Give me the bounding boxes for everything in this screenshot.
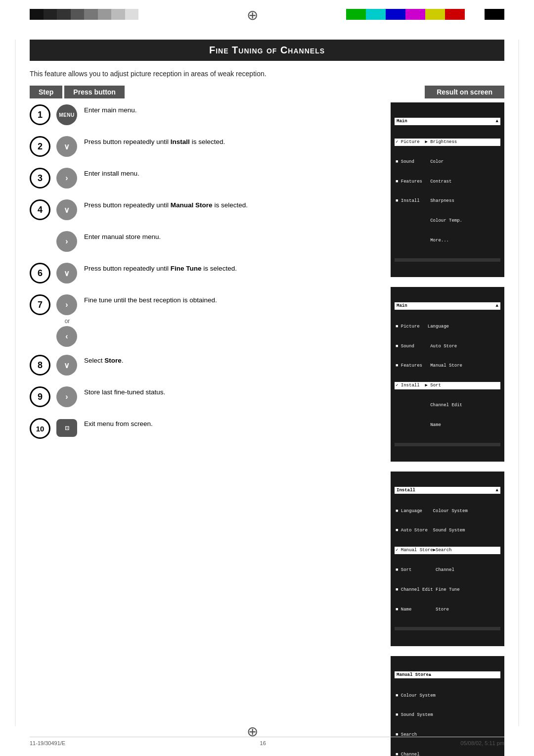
header-press: Press button: [64, 86, 125, 98]
screen4-row2: ■ Sound System: [395, 711, 500, 719]
or-label-7: or: [65, 318, 70, 325]
step-row-1: 1 MENU Enter main menu.: [30, 102, 381, 128]
step-desc-7: Fine tune until the best reception is ob…: [84, 292, 381, 305]
screen2-row5: Channel Edit: [395, 402, 500, 409]
step-num-1: 1: [30, 104, 50, 125]
screen3-row1: ■ Language Colour System: [395, 508, 500, 515]
screen4-title: Manual Store▲: [397, 672, 431, 678]
step-row-6: 6 ∨ Press button repeatedly until Fine T…: [30, 261, 381, 286]
top-color-bar: [346, 9, 504, 20]
step-desc-4: Press button repeatedly until Manual Sto…: [84, 197, 381, 210]
chevron-down-button-8[interactable]: ∨: [56, 355, 77, 376]
step-num-9: 9: [30, 386, 50, 407]
crosshair-top: ⊕: [242, 5, 262, 25]
steps-left: 1 MENU Enter main menu. 2 ∨ Press button…: [30, 102, 381, 756]
screen3-row3: ✓ Manual Store▶Search: [395, 547, 500, 554]
step-num-10: 10: [30, 418, 50, 439]
chevron-down-button-4[interactable]: ∨: [56, 199, 77, 220]
screen3-bottom: [395, 627, 500, 630]
screen-1: Main ▲ ✓ Picture ▶ Brightness ■ Sound Co…: [391, 102, 504, 277]
side-line-left: [15, 40, 16, 726]
screen1-row3: ■ Features Contrast: [395, 178, 500, 186]
screen1-row6: More...: [395, 237, 500, 244]
step-num-2: 2: [30, 136, 50, 157]
step-row-4: 4 ∨ Press button repeatedly until Manual…: [30, 197, 381, 223]
header-result: Result on screen: [425, 86, 504, 98]
footer-center: 16: [260, 740, 266, 746]
chevron-down-button-2[interactable]: ∨: [56, 136, 77, 157]
step-desc-8: Select Store.: [84, 353, 381, 366]
headers-row: Step Press button Result on screen: [30, 86, 504, 98]
screen2-row2: ■ Sound Auto Store: [395, 343, 500, 350]
steps-container: 1 MENU Enter main menu. 2 ∨ Press button…: [30, 102, 504, 756]
screen1-row5: Colour Temp.: [395, 217, 500, 225]
screen-2: Main ▲ ■ Picture Language ■ Sound Auto S…: [391, 287, 504, 462]
screen2-row6: Name: [395, 422, 500, 429]
main-content: Fine Tuning of Channels This feature all…: [30, 40, 504, 756]
page-title: Fine Tuning of Channels: [30, 40, 504, 61]
right-arrow-button-7[interactable]: ›: [56, 294, 77, 315]
screen1-row1: ✓ Picture ▶ Brightness: [395, 139, 500, 146]
screen2-row1: ■ Picture Language: [395, 323, 500, 331]
screen1-row2: ■ Sound Color: [395, 158, 500, 166]
right-arrow-button-3[interactable]: ›: [56, 168, 77, 189]
top-gray-bar: [30, 9, 138, 20]
right-arrow-button-5[interactable]: ›: [56, 231, 77, 252]
left-arrow-button-7[interactable]: ‹: [56, 326, 77, 347]
step-row-3: 3 › Enter install menu.: [30, 166, 381, 191]
step-desc-2: Press button repeatedly until Install is…: [84, 134, 381, 147]
screen1-title: Main: [397, 118, 407, 125]
screen3-row6: ■ Name Store: [395, 606, 500, 614]
step-desc-9: Store last fine-tuned status.: [84, 384, 381, 397]
step-row-10: 10 ⊡ Exit menu from screen.: [30, 416, 381, 442]
step-row-7: 7 › or ‹ Fine tune until the best recept…: [30, 292, 381, 347]
right-arrow-button-9[interactable]: ›: [56, 386, 77, 407]
screen3-row4: ■ Sort Channel: [395, 567, 500, 574]
screen2-row4: ✓ Install ▶ Sort: [395, 382, 500, 389]
step-row-5: › Enter manual store menu.: [56, 229, 381, 255]
screen3-row2: ■ Auto Store Sound System: [395, 527, 500, 534]
footer: 11-19/30491/E 16 05/08/02, 5:11 pm: [30, 737, 504, 746]
screen2-row3: ■ Features Manual Store: [395, 362, 500, 370]
screen2-bottom: [395, 443, 500, 446]
step-num-3: 3: [30, 168, 50, 189]
step-row-2: 2 ∨ Press button repeatedly until Instal…: [30, 134, 381, 160]
header-step: Step: [30, 86, 62, 98]
screen1-bottom: [395, 258, 500, 262]
step-desc-1: Enter main menu.: [84, 102, 381, 115]
screen2-title: Main: [397, 303, 407, 309]
step-row-8: 8 ∨ Select Store.: [30, 353, 381, 378]
screens-right: Main ▲ ✓ Picture ▶ Brightness ■ Sound Co…: [391, 102, 504, 756]
step-num-7: 7: [30, 294, 50, 315]
screen1-arrow: ▲: [496, 118, 498, 125]
screen1-row4: ■ Install Sharpness: [395, 197, 500, 205]
step-desc-3: Enter install menu.: [84, 166, 381, 179]
step-desc-5: Enter manual store menu.: [84, 229, 381, 242]
step-row-9: 9 › Store last fine-tuned status.: [30, 384, 381, 410]
screen3-title: Install: [397, 487, 415, 494]
step-desc-10: Exit menu from screen.: [84, 416, 381, 429]
screen3-row5: ■ Channel Edit Fine Tune: [395, 586, 500, 594]
screen4-row4: ■ Channel: [395, 751, 500, 756]
screen-3: Install ▲ ■ Language Colour System ■ Aut…: [391, 472, 504, 646]
side-line-right: [518, 40, 519, 726]
footer-left: 11-19/30491/E: [30, 740, 65, 746]
screen4-row1: ■ Colour System: [395, 692, 500, 700]
menu-exit-button-10[interactable]: ⊡: [56, 419, 77, 437]
subtitle: This feature allows you to adjust pictur…: [30, 70, 504, 78]
step-num-8: 8: [30, 355, 50, 376]
step-desc-6: Press button repeatedly until Fine Tune …: [84, 261, 381, 274]
chevron-down-button-6[interactable]: ∨: [56, 263, 77, 284]
footer-right: 05/08/02, 5:11 pm: [460, 740, 504, 746]
step-num-4: 4: [30, 199, 50, 220]
step-num-6: 6: [30, 263, 50, 284]
menu-button-1[interactable]: MENU: [56, 104, 77, 125]
